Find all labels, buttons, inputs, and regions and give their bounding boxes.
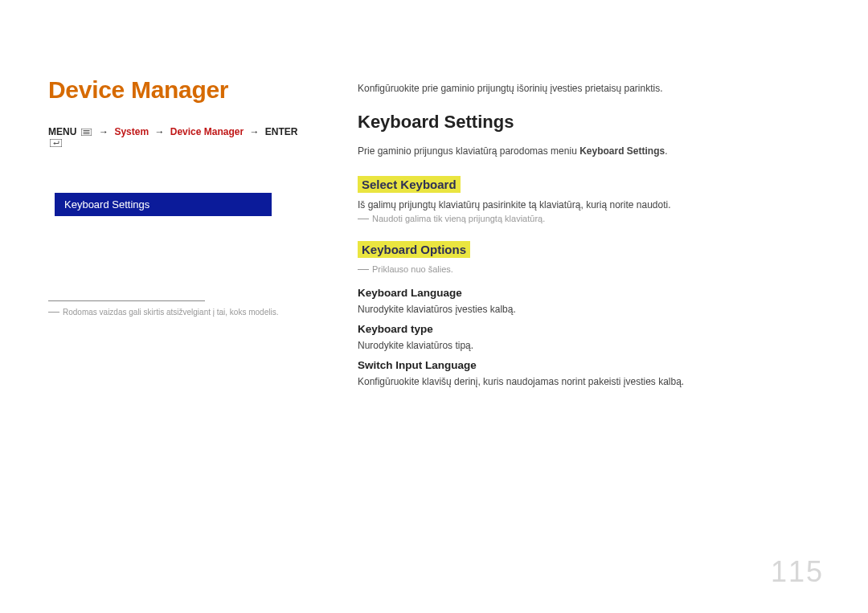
subsection-keyboard-options: Keyboard Options [358, 241, 470, 258]
dash-icon [48, 312, 59, 313]
text-b: Keyboard Settings [579, 145, 665, 157]
dash-icon [358, 269, 369, 270]
select-keyboard-desc: Iš galimų prijungtų klaviatūrų pasirinki… [358, 199, 820, 210]
heading-keyboard-type: Keyboard type [358, 323, 820, 335]
page-number: 115 [771, 555, 824, 589]
heading-keyboard-language: Keyboard Language [358, 287, 820, 299]
text-c: . [665, 145, 667, 157]
arrow-icon: → [154, 126, 164, 137]
keyboard-type-desc: Nurodykite klaviatūros tipą. [358, 340, 820, 351]
breadcrumb-system: System [114, 126, 149, 137]
left-column: Device Manager MENU → System → Device Ma… [48, 76, 313, 395]
breadcrumb: MENU → System → Device Manager → ENTER [48, 126, 313, 149]
footnote: Rodomas vaizdas gali skirtis atsižvelgia… [48, 308, 313, 317]
keyboard-settings-desc: Prie gaminio prijungus klaviatūrą parodo… [358, 145, 820, 157]
subsection-select-keyboard: Select Keyboard [358, 176, 461, 193]
arrow-icon: → [250, 126, 260, 137]
text-a: Prie gaminio prijungus klaviatūrą parodo… [358, 145, 579, 157]
note-text: Priklauso nuo šalies. [372, 264, 453, 274]
enter-icon [50, 139, 62, 147]
dash-icon [358, 219, 369, 219]
switch-input-language-desc: Konfigūruokite klavišų derinį, kuris nau… [358, 376, 820, 387]
note-text: Naudoti galima tik vieną prijungtą klavi… [372, 214, 545, 223]
breadcrumb-device-manager: Device Manager [170, 126, 244, 137]
menu-item-keyboard-settings: Keyboard Settings [55, 193, 272, 216]
arrow-icon: → [99, 126, 108, 137]
right-column: Konfigūruokite prie gaminio prijungtų iš… [358, 76, 820, 395]
menu-preview: Keyboard Settings [55, 193, 272, 216]
intro-paragraph: Konfigūruokite prie gaminio prijungtų iš… [358, 83, 820, 94]
manual-page: Device Manager MENU → System → Device Ma… [0, 0, 868, 613]
keyboard-options-note: Priklauso nuo šalies. [358, 264, 820, 274]
two-column-layout: Device Manager MENU → System → Device Ma… [48, 76, 820, 395]
menu-icon [81, 129, 92, 136]
footnote-text: Rodomas vaizdas gali skirtis atsižvelgia… [63, 308, 278, 317]
divider [48, 300, 205, 301]
breadcrumb-menu: MENU [48, 126, 76, 137]
keyboard-language-desc: Nurodykite klaviatūros įvesties kalbą. [358, 304, 820, 315]
heading-switch-input-language: Switch Input Language [358, 359, 820, 371]
section-keyboard-settings: Keyboard Settings [358, 112, 820, 133]
select-keyboard-note: Naudoti galima tik vieną prijungtą klavi… [358, 214, 820, 223]
breadcrumb-enter: ENTER [265, 126, 298, 137]
page-title: Device Manager [48, 76, 313, 104]
svg-rect-4 [50, 139, 62, 147]
